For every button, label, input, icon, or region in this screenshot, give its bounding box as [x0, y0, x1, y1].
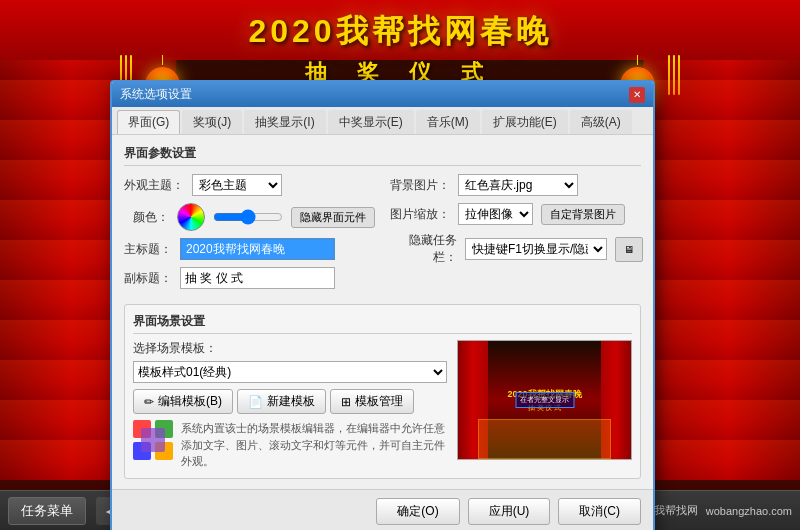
bg-image-select[interactable]: 红色喜庆.jpg	[458, 174, 578, 196]
main-title-input[interactable]	[180, 238, 335, 260]
custom-bg-button[interactable]: 自定背景图片	[541, 204, 625, 225]
svg-rect-4	[141, 428, 165, 452]
scale-row: 图片缩放： 拉伸图像 自定背景图片	[390, 203, 643, 225]
subtitle-row: 副标题：	[124, 267, 375, 289]
website-text: wobangzhao.com	[706, 505, 792, 517]
dialog-title: 系统选项设置	[120, 86, 192, 103]
edit-icon: ✏	[144, 395, 154, 409]
scale-label: 图片缩放：	[390, 206, 450, 223]
scene-description: 系统内置该士的场景模板编辑器，在编辑器中允许任意添加文字、图片、滚动文字和灯等元…	[133, 420, 447, 470]
dialog-close-button[interactable]: ✕	[629, 87, 645, 103]
scene-preview[interactable]: 2020我帮找网春晚 抽 奖 仪 式 在者完整文显示	[457, 340, 632, 460]
tab-extended[interactable]: 扩展功能(E)	[482, 110, 568, 134]
tab-advanced[interactable]: 高级(A)	[570, 110, 632, 134]
hide-elements-button[interactable]: 隐藏界面元件	[291, 207, 375, 228]
dialog-footer: 确定(O) 应用(U) 取消(C)	[112, 489, 653, 531]
tab-awards[interactable]: 奖项(J)	[182, 110, 242, 134]
preview-stage	[478, 419, 611, 459]
settings-dialog: 系统选项设置 ✕ 界面(G) 奖项(J) 抽奖显示(I) 中奖显示(E) 音乐(…	[110, 80, 655, 530]
subtitle-input[interactable]	[180, 267, 335, 289]
manage-template-button[interactable]: ⊞ 模板管理	[330, 389, 414, 414]
tab-music[interactable]: 音乐(M)	[416, 110, 480, 134]
form-left-col: 外观主题： 彩色主题 颜色： 隐藏界面元件 主标题：	[124, 174, 375, 296]
preview-text-box: 在者完整文显示	[515, 392, 574, 408]
color-label: 颜色：	[124, 209, 169, 226]
apply-button[interactable]: 应用(U)	[468, 498, 551, 525]
brand-text: 我帮找网	[654, 503, 698, 518]
ok-button[interactable]: 确定(O)	[376, 498, 459, 525]
manage-icon: ⊞	[341, 395, 351, 409]
scene-buttons: ✏ 编辑模板(B) 📄 新建模板 ⊞ 模板管理	[133, 389, 447, 414]
main-title: 2020我帮找网春晚	[0, 10, 800, 54]
dialog-titlebar: 系统选项设置 ✕	[112, 82, 653, 107]
main-title-label: 主标题：	[124, 241, 172, 258]
taskbar-icon-small[interactable]: 🖥	[615, 237, 643, 262]
scene-logo-icon	[133, 420, 173, 460]
color-picker[interactable]	[177, 203, 205, 231]
scene-row: 选择场景模板： 模板样式01(经典) ✏ 编辑模板(B) 📄 新建模板	[133, 340, 632, 470]
tab-bar: 界面(G) 奖项(J) 抽奖显示(I) 中奖显示(E) 音乐(M) 扩展功能(E…	[112, 107, 653, 135]
dialog-content: 界面参数设置 外观主题： 彩色主题 颜色： 隐藏界面元件	[112, 135, 653, 489]
subtitle-label: 副标题：	[124, 270, 172, 287]
theme-label: 外观主题：	[124, 177, 184, 194]
theme-row: 外观主题： 彩色主题	[124, 174, 375, 196]
color-row: 颜色： 隐藏界面元件	[124, 203, 375, 231]
theme-select[interactable]: 彩色主题	[192, 174, 282, 196]
scene-section-title: 界面场景设置	[133, 313, 632, 334]
scale-select[interactable]: 拉伸图像	[458, 203, 533, 225]
form-columns: 外观主题： 彩色主题 颜色： 隐藏界面元件 主标题：	[124, 174, 641, 296]
cancel-button[interactable]: 取消(C)	[558, 498, 641, 525]
hide-taskbar-label: 隐藏任务栏：	[390, 232, 457, 266]
tassel-right	[668, 55, 680, 95]
hide-taskbar-row: 隐藏任务栏： 快捷键F1切换显示/隐藏 🖥	[390, 232, 643, 266]
template-label: 选择场景模板：	[133, 340, 447, 357]
main-title-row: 主标题：	[124, 238, 375, 260]
hide-taskbar-select[interactable]: 快捷键F1切换显示/隐藏	[465, 238, 607, 260]
tab-ui[interactable]: 界面(G)	[117, 110, 180, 134]
form-right-col: 背景图片： 红色喜庆.jpg 图片缩放： 拉伸图像 自定背景图片 隐藏任务栏：	[390, 174, 643, 296]
edit-template-button[interactable]: ✏ 编辑模板(B)	[133, 389, 233, 414]
scene-left-controls: 选择场景模板： 模板样式01(经典) ✏ 编辑模板(B) 📄 新建模板	[133, 340, 447, 470]
start-menu-button[interactable]: 任务菜单	[8, 497, 86, 525]
new-icon: 📄	[248, 395, 263, 409]
scene-section: 界面场景设置 选择场景模板： 模板样式01(经典) ✏ 编辑模板(B)	[124, 304, 641, 479]
new-template-button[interactable]: 📄 新建模板	[237, 389, 326, 414]
template-select[interactable]: 模板样式01(经典)	[133, 361, 447, 383]
tab-win-display[interactable]: 中奖显示(E)	[328, 110, 414, 134]
bg-image-row: 背景图片： 红色喜庆.jpg	[390, 174, 643, 196]
ui-params-section-title: 界面参数设置	[124, 145, 641, 166]
tab-draw-display[interactable]: 抽奖显示(I)	[244, 110, 325, 134]
color-slider[interactable]	[213, 210, 283, 224]
scene-description-text: 系统内置该士的场景模板编辑器，在编辑器中允许任意添加文字、图片、滚动文字和灯等元…	[181, 420, 447, 470]
bg-image-label: 背景图片：	[390, 177, 450, 194]
